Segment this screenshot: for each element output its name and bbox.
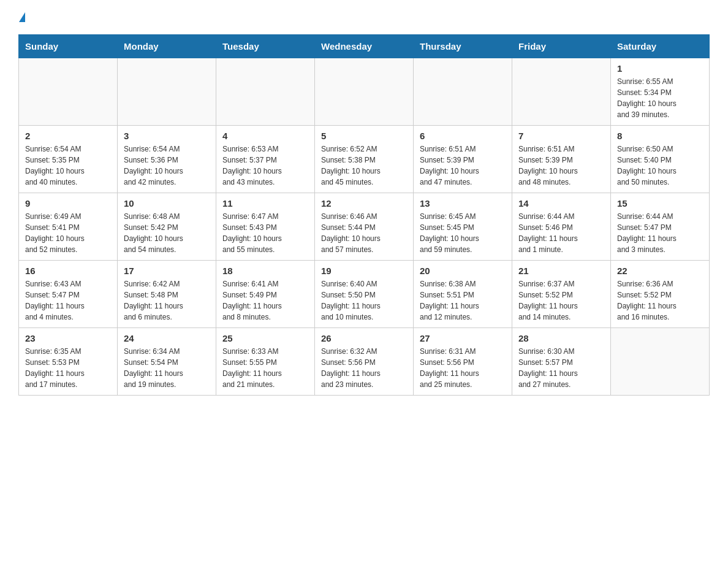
calendar-cell: 13Sunrise: 6:45 AM Sunset: 5:45 PM Dayli… — [414, 193, 512, 261]
weekday-header-saturday: Saturday — [611, 35, 710, 58]
day-info: Sunrise: 6:54 AM Sunset: 5:35 PM Dayligh… — [25, 144, 111, 188]
day-info: Sunrise: 6:52 AM Sunset: 5:38 PM Dayligh… — [321, 144, 407, 188]
day-number: 19 — [321, 266, 407, 276]
calendar-cell: 5Sunrise: 6:52 AM Sunset: 5:38 PM Daylig… — [315, 126, 414, 193]
page-header — [18, 12, 710, 22]
calendar-cell: 14Sunrise: 6:44 AM Sunset: 5:46 PM Dayli… — [512, 193, 611, 261]
day-number: 10 — [124, 198, 210, 209]
day-info: Sunrise: 6:36 AM Sunset: 5:52 PM Dayligh… — [617, 278, 703, 323]
day-info: Sunrise: 6:42 AM Sunset: 5:48 PM Dayligh… — [124, 278, 210, 323]
calendar-cell — [216, 58, 315, 126]
calendar-cell: 23Sunrise: 6:35 AM Sunset: 5:53 PM Dayli… — [19, 328, 118, 396]
day-number: 21 — [518, 266, 604, 276]
calendar-cell — [611, 328, 710, 396]
day-info: Sunrise: 6:54 AM Sunset: 5:36 PM Dayligh… — [124, 144, 210, 188]
calendar-cell: 12Sunrise: 6:46 AM Sunset: 5:44 PM Dayli… — [315, 193, 414, 261]
day-number: 6 — [420, 131, 506, 141]
day-number: 2 — [25, 131, 111, 141]
calendar-cell: 8Sunrise: 6:50 AM Sunset: 5:40 PM Daylig… — [611, 126, 710, 193]
calendar-cell: 10Sunrise: 6:48 AM Sunset: 5:42 PM Dayli… — [118, 193, 216, 261]
calendar-cell: 15Sunrise: 6:44 AM Sunset: 5:47 PM Dayli… — [611, 193, 710, 261]
day-number: 12 — [321, 198, 407, 209]
calendar-cell: 21Sunrise: 6:37 AM Sunset: 5:52 PM Dayli… — [512, 261, 611, 328]
day-info: Sunrise: 6:40 AM Sunset: 5:50 PM Dayligh… — [321, 278, 407, 323]
day-number: 7 — [518, 131, 604, 141]
day-info: Sunrise: 6:35 AM Sunset: 5:53 PM Dayligh… — [25, 346, 111, 390]
day-number: 13 — [420, 198, 506, 209]
week-row-5: 23Sunrise: 6:35 AM Sunset: 5:53 PM Dayli… — [19, 328, 710, 396]
calendar-cell: 26Sunrise: 6:32 AM Sunset: 5:56 PM Dayli… — [315, 328, 414, 396]
day-info: Sunrise: 6:51 AM Sunset: 5:39 PM Dayligh… — [518, 144, 604, 188]
calendar-cell: 17Sunrise: 6:42 AM Sunset: 5:48 PM Dayli… — [118, 261, 216, 328]
day-number: 9 — [25, 198, 111, 209]
day-info: Sunrise: 6:44 AM Sunset: 5:46 PM Dayligh… — [518, 211, 604, 255]
day-info: Sunrise: 6:37 AM Sunset: 5:52 PM Dayligh… — [518, 278, 604, 323]
calendar-cell: 28Sunrise: 6:30 AM Sunset: 5:57 PM Dayli… — [512, 328, 611, 396]
day-info: Sunrise: 6:50 AM Sunset: 5:40 PM Dayligh… — [617, 144, 703, 188]
calendar-table: SundayMondayTuesdayWednesdayThursdayFrid… — [18, 34, 710, 396]
day-number: 25 — [222, 333, 308, 343]
day-number: 4 — [222, 131, 308, 141]
day-number: 27 — [420, 333, 506, 343]
weekday-header-tuesday: Tuesday — [216, 35, 315, 58]
day-number: 14 — [518, 198, 604, 209]
day-info: Sunrise: 6:43 AM Sunset: 5:47 PM Dayligh… — [25, 278, 111, 323]
logo — [18, 12, 25, 22]
weekday-header-wednesday: Wednesday — [315, 35, 414, 58]
day-number: 22 — [617, 266, 703, 276]
day-number: 18 — [222, 266, 308, 276]
calendar-cell: 19Sunrise: 6:40 AM Sunset: 5:50 PM Dayli… — [315, 261, 414, 328]
day-info: Sunrise: 6:38 AM Sunset: 5:51 PM Dayligh… — [420, 278, 506, 323]
day-info: Sunrise: 6:45 AM Sunset: 5:45 PM Dayligh… — [420, 211, 506, 255]
day-number: 24 — [124, 333, 210, 343]
week-row-1: 1Sunrise: 6:55 AM Sunset: 5:34 PM Daylig… — [19, 58, 710, 126]
calendar-cell — [118, 58, 216, 126]
calendar-cell — [512, 58, 611, 126]
day-info: Sunrise: 6:41 AM Sunset: 5:49 PM Dayligh… — [222, 278, 308, 323]
calendar-cell: 20Sunrise: 6:38 AM Sunset: 5:51 PM Dayli… — [414, 261, 512, 328]
calendar-cell: 25Sunrise: 6:33 AM Sunset: 5:55 PM Dayli… — [216, 328, 315, 396]
calendar-cell: 18Sunrise: 6:41 AM Sunset: 5:49 PM Dayli… — [216, 261, 315, 328]
day-info: Sunrise: 6:30 AM Sunset: 5:57 PM Dayligh… — [518, 346, 604, 390]
day-number: 23 — [25, 333, 111, 343]
calendar-cell: 6Sunrise: 6:51 AM Sunset: 5:39 PM Daylig… — [414, 126, 512, 193]
day-number: 3 — [124, 131, 210, 141]
calendar-cell — [315, 58, 414, 126]
calendar-cell: 9Sunrise: 6:49 AM Sunset: 5:41 PM Daylig… — [19, 193, 118, 261]
weekday-header-sunday: Sunday — [19, 35, 118, 58]
calendar-cell: 27Sunrise: 6:31 AM Sunset: 5:56 PM Dayli… — [414, 328, 512, 396]
day-info: Sunrise: 6:47 AM Sunset: 5:43 PM Dayligh… — [222, 211, 308, 255]
day-info: Sunrise: 6:44 AM Sunset: 5:47 PM Dayligh… — [617, 211, 703, 255]
day-number: 8 — [617, 131, 703, 141]
day-info: Sunrise: 6:32 AM Sunset: 5:56 PM Dayligh… — [321, 346, 407, 390]
weekday-header-thursday: Thursday — [414, 35, 512, 58]
day-info: Sunrise: 6:48 AM Sunset: 5:42 PM Dayligh… — [124, 211, 210, 255]
calendar-cell: 2Sunrise: 6:54 AM Sunset: 5:35 PM Daylig… — [19, 126, 118, 193]
calendar-cell: 3Sunrise: 6:54 AM Sunset: 5:36 PM Daylig… — [118, 126, 216, 193]
calendar-cell: 16Sunrise: 6:43 AM Sunset: 5:47 PM Dayli… — [19, 261, 118, 328]
calendar-cell — [414, 58, 512, 126]
calendar-cell: 4Sunrise: 6:53 AM Sunset: 5:37 PM Daylig… — [216, 126, 315, 193]
day-info: Sunrise: 6:55 AM Sunset: 5:34 PM Dayligh… — [617, 76, 703, 120]
day-info: Sunrise: 6:51 AM Sunset: 5:39 PM Dayligh… — [420, 144, 506, 188]
week-row-4: 16Sunrise: 6:43 AM Sunset: 5:47 PM Dayli… — [19, 261, 710, 328]
calendar-cell: 22Sunrise: 6:36 AM Sunset: 5:52 PM Dayli… — [611, 261, 710, 328]
week-row-2: 2Sunrise: 6:54 AM Sunset: 5:35 PM Daylig… — [19, 126, 710, 193]
weekday-header-friday: Friday — [512, 35, 611, 58]
day-number: 28 — [518, 333, 604, 343]
day-info: Sunrise: 6:49 AM Sunset: 5:41 PM Dayligh… — [25, 211, 111, 255]
day-number: 15 — [617, 198, 703, 209]
day-info: Sunrise: 6:31 AM Sunset: 5:56 PM Dayligh… — [420, 346, 506, 390]
day-number: 16 — [25, 266, 111, 276]
day-info: Sunrise: 6:33 AM Sunset: 5:55 PM Dayligh… — [222, 346, 308, 390]
calendar-cell: 1Sunrise: 6:55 AM Sunset: 5:34 PM Daylig… — [611, 58, 710, 126]
day-number: 5 — [321, 131, 407, 141]
day-number: 20 — [420, 266, 506, 276]
day-number: 11 — [222, 198, 308, 209]
calendar-cell: 24Sunrise: 6:34 AM Sunset: 5:54 PM Dayli… — [118, 328, 216, 396]
day-info: Sunrise: 6:34 AM Sunset: 5:54 PM Dayligh… — [124, 346, 210, 390]
day-info: Sunrise: 6:53 AM Sunset: 5:37 PM Dayligh… — [222, 144, 308, 188]
week-row-3: 9Sunrise: 6:49 AM Sunset: 5:41 PM Daylig… — [19, 193, 710, 261]
weekday-header-monday: Monday — [118, 35, 216, 58]
day-number: 1 — [617, 63, 703, 74]
